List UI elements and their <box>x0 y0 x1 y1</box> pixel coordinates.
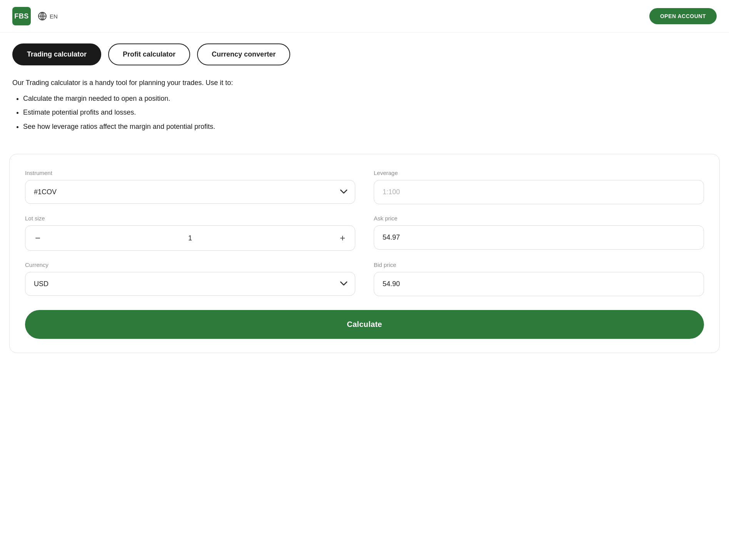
bid-price-input[interactable] <box>374 272 704 296</box>
open-account-button[interactable]: OPEN ACCOUNT <box>649 8 717 24</box>
instrument-select[interactable]: #1COV EURUSD GBPUSD USDJPY <box>25 180 355 204</box>
description-item-3: See how leverage ratios affect the margi… <box>23 121 303 133</box>
tab-currency[interactable]: Currency converter <box>197 43 290 65</box>
header: FBS EN OPEN ACCOUNT <box>0 0 729 33</box>
calculator-card: Instrument #1COV EURUSD GBPUSD USDJPY Le… <box>9 154 720 353</box>
description-item-1: Calculate the margin needed to open a po… <box>23 93 303 105</box>
bid-price-field: Bid price <box>374 262 704 296</box>
lot-size-increase-button[interactable]: + <box>330 226 355 250</box>
ask-price-label: Ask price <box>374 215 704 222</box>
lot-size-decrease-button[interactable]: − <box>25 226 50 250</box>
globe-icon <box>38 12 47 21</box>
description-list: Calculate the margin needed to open a po… <box>12 93 303 133</box>
bid-price-label: Bid price <box>374 262 704 268</box>
tabs-row: Trading calculator Profit calculator Cur… <box>0 33 729 73</box>
description-item-2: Estimate potential profits and losses. <box>23 107 303 118</box>
instrument-select-wrapper: #1COV EURUSD GBPUSD USDJPY <box>25 180 355 204</box>
calculate-button[interactable]: Calculate <box>25 310 704 339</box>
currency-label: Currency <box>25 262 355 268</box>
leverage-label: Leverage <box>374 170 704 176</box>
lot-size-stepper: − + <box>25 225 355 251</box>
tab-trading[interactable]: Trading calculator <box>12 43 101 65</box>
minus-icon: − <box>35 233 40 243</box>
lang-selector[interactable]: EN <box>38 12 58 21</box>
lot-size-label: Lot size <box>25 215 355 222</box>
ask-price-field: Ask price <box>374 215 704 251</box>
tab-profit[interactable]: Profit calculator <box>108 43 190 65</box>
leverage-input[interactable] <box>374 180 704 204</box>
leverage-field: Leverage <box>374 170 704 204</box>
lang-label: EN <box>50 13 58 20</box>
instrument-field: Instrument #1COV EURUSD GBPUSD USDJPY <box>25 170 355 204</box>
header-left: FBS EN <box>12 7 58 25</box>
description-intro: Our Trading calculator is a handy tool f… <box>12 77 303 89</box>
lot-size-field: Lot size − + <box>25 215 355 251</box>
logo: FBS <box>12 7 31 25</box>
currency-select[interactable]: USD EUR GBP JPY <box>25 272 355 296</box>
lot-size-input[interactable] <box>50 234 330 242</box>
description: Our Trading calculator is a handy tool f… <box>0 73 316 150</box>
calc-grid: Instrument #1COV EURUSD GBPUSD USDJPY Le… <box>25 170 704 296</box>
instrument-label: Instrument <box>25 170 355 176</box>
plus-icon: + <box>340 233 345 243</box>
currency-select-wrapper: USD EUR GBP JPY <box>25 272 355 296</box>
ask-price-input[interactable] <box>374 225 704 250</box>
currency-field: Currency USD EUR GBP JPY <box>25 262 355 296</box>
